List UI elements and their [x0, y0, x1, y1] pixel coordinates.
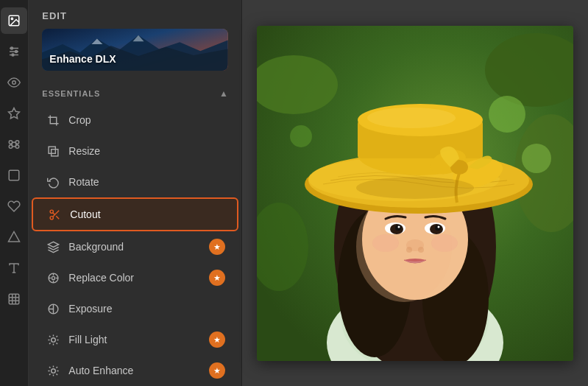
- icon-bar-image[interactable]: [1, 7, 27, 34]
- icon-bar-adjust[interactable]: [1, 38, 27, 65]
- rotate-label: Rotate: [68, 176, 225, 188]
- svg-point-1: [11, 18, 13, 19]
- icon-bar-frame[interactable]: [1, 162, 27, 189]
- background-star-badge: ★: [209, 239, 225, 255]
- auto-enhance-star-badge: ★: [209, 362, 225, 379]
- fill-light-star-badge: ★: [209, 331, 225, 348]
- svg-point-5: [11, 47, 13, 49]
- photo-display: [257, 26, 573, 361]
- svg-point-11: [9, 141, 13, 144]
- photo-frame: [257, 26, 573, 361]
- scissors-icon: [46, 206, 63, 222]
- svg-point-84: [438, 225, 440, 228]
- svg-point-32: [50, 216, 53, 219]
- svg-line-46: [49, 335, 51, 337]
- svg-point-52: [51, 368, 55, 373]
- resize-label: Resize: [68, 145, 225, 157]
- replace-color-star-badge: ★: [209, 270, 225, 286]
- svg-point-43: [51, 337, 55, 342]
- svg-line-51: [56, 335, 57, 337]
- svg-line-47: [56, 343, 57, 344]
- replace-color-icon: [45, 270, 61, 286]
- menu-item-cutout[interactable]: Cutout: [32, 197, 238, 231]
- icon-bar-eye[interactable]: [1, 69, 27, 96]
- icon-bar-heart[interactable]: [1, 193, 27, 220]
- crop-label: Crop: [68, 114, 225, 126]
- replace-color-label: Replace Color: [68, 272, 209, 284]
- svg-point-87: [418, 247, 424, 253]
- essentials-title: ESSENTIALS: [42, 89, 100, 98]
- svg-point-13: [9, 145, 13, 149]
- icon-bar-star[interactable]: [1, 100, 27, 127]
- svg-line-34: [56, 216, 59, 219]
- svg-point-100: [356, 177, 474, 199]
- svg-rect-29: [49, 147, 55, 153]
- menu-item-exposure[interactable]: Exposure: [32, 293, 238, 324]
- svg-marker-9: [9, 108, 20, 119]
- icon-bar-effects[interactable]: [1, 131, 27, 158]
- essentials-section-header[interactable]: ESSENTIALS ▲: [29, 83, 241, 105]
- svg-point-59: [522, 144, 551, 173]
- menu-item-fill-light[interactable]: Fill Light ★: [32, 324, 238, 355]
- svg-rect-15: [9, 170, 19, 180]
- svg-point-31: [50, 210, 53, 213]
- menu-item-crop[interactable]: Crop: [32, 105, 238, 136]
- crop-icon: [45, 112, 61, 128]
- icon-bar: [0, 0, 29, 386]
- background-label: Background: [68, 241, 209, 253]
- svg-point-96: [367, 108, 456, 128]
- enhance-dlx-card[interactable]: Enhance DLX: [42, 29, 228, 71]
- svg-point-12: [15, 141, 19, 144]
- sidebar-panel: EDIT Enhance DLX ESSENTIALS ▲: [29, 0, 242, 386]
- menu-item-background[interactable]: Background ★: [32, 231, 238, 262]
- icon-bar-texture[interactable]: [1, 286, 27, 312]
- menu-item-rotate[interactable]: Rotate: [32, 166, 238, 197]
- fill-light-label: Fill Light: [68, 334, 209, 345]
- auto-enhance-icon: [45, 362, 61, 379]
- svg-rect-30: [51, 149, 57, 155]
- menu-item-auto-enhance[interactable]: Auto Enhance ★: [32, 355, 238, 386]
- icon-bar-text[interactable]: [1, 255, 27, 281]
- svg-marker-16: [9, 232, 20, 242]
- svg-point-8: [13, 81, 16, 85]
- essentials-chevron: ▲: [219, 88, 228, 99]
- resize-icon: [45, 143, 61, 159]
- menu-item-resize[interactable]: Resize: [32, 136, 238, 166]
- exposure-label: Exposure: [68, 303, 225, 315]
- svg-point-14: [15, 145, 19, 149]
- icon-bar-shape[interactable]: [1, 224, 27, 250]
- rotate-icon: [45, 174, 61, 190]
- svg-point-6: [15, 51, 18, 53]
- svg-point-58: [489, 96, 525, 133]
- main-content: [242, 0, 588, 386]
- svg-point-88: [372, 234, 399, 252]
- background-icon: [45, 239, 61, 255]
- edit-header: EDIT: [29, 0, 241, 29]
- auto-enhance-label: Auto Enhance: [68, 365, 209, 376]
- svg-point-86: [406, 247, 412, 253]
- menu-item-replace-color[interactable]: Replace Color ★: [32, 262, 238, 293]
- fill-light-icon: [45, 331, 61, 348]
- svg-line-35: [53, 212, 55, 214]
- svg-point-83: [398, 225, 400, 228]
- svg-line-50: [49, 343, 51, 344]
- exposure-icon: [45, 301, 61, 317]
- enhance-dlx-label: Enhance DLX: [49, 53, 116, 65]
- svg-rect-19: [9, 294, 19, 304]
- cutout-label: Cutout: [70, 208, 224, 220]
- svg-point-37: [52, 276, 54, 279]
- svg-point-60: [290, 125, 312, 147]
- svg-point-89: [431, 234, 458, 252]
- svg-point-7: [12, 54, 14, 56]
